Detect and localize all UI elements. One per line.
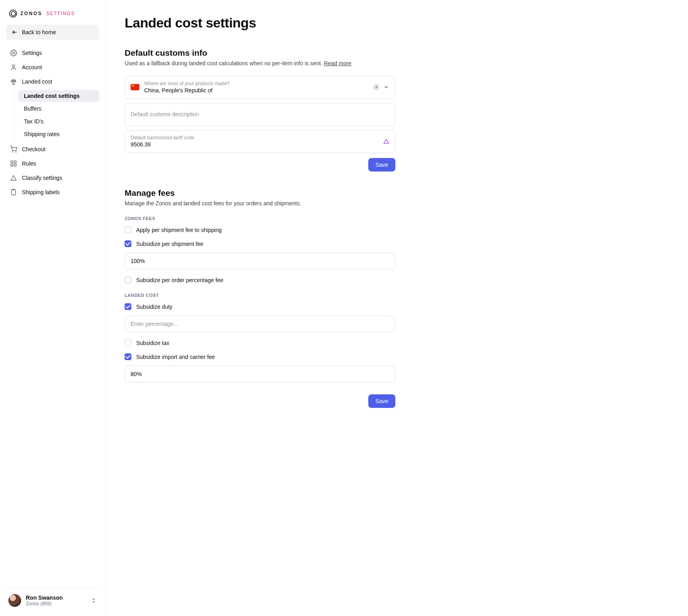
triangle-icon xyxy=(10,174,17,181)
sidebar-item-label: Rules xyxy=(22,160,36,167)
sidebar-item-label: Tax ID's xyxy=(24,118,43,125)
user-org: Zonos (909) xyxy=(26,601,86,606)
subsidize-duty-checkbox[interactable]: Subsidize duty xyxy=(125,303,395,310)
subsidize-per-shipment-checkbox[interactable]: Subsidize per shipment fee xyxy=(125,240,395,247)
back-to-home-button[interactable]: Back to home xyxy=(6,25,99,40)
hts-code-input[interactable]: Default harmonized tariff code 9506.39 xyxy=(125,130,395,153)
sidebar-item-account[interactable]: Account xyxy=(6,60,99,74)
chevron-down-icon[interactable] xyxy=(383,84,389,90)
sidebar-item-checkout[interactable]: Checkout xyxy=(6,142,99,156)
subsidize-import-input[interactable] xyxy=(125,366,395,382)
subsidize-duty-input[interactable] xyxy=(125,316,395,332)
sidebar-nav: Settings Account Landed cost Landed cost… xyxy=(6,46,99,199)
zonos-fees-subhead: ZONOS FEES xyxy=(125,216,395,221)
sidebar-item-label: Landed cost xyxy=(22,78,52,85)
svg-rect-4 xyxy=(11,161,13,163)
svg-point-3 xyxy=(16,152,16,152)
sidebar-item-classify-settings[interactable]: Classify settings xyxy=(6,171,99,185)
checkbox-checked-icon xyxy=(125,240,131,247)
sidebar-item-shipping-labels[interactable]: Shipping labels xyxy=(6,185,99,199)
sidebar-item-label: Checkout xyxy=(22,146,45,152)
checkbox-label: Subsidize tax xyxy=(136,340,169,346)
checkbox-label: Subsidize per order percentage fee xyxy=(136,277,223,283)
subnav-tax-ids[interactable]: Tax ID's xyxy=(18,115,99,127)
cart-icon xyxy=(10,146,17,153)
svg-rect-6 xyxy=(11,164,13,166)
checkbox-icon xyxy=(125,277,131,283)
subnav-landed-cost-settings[interactable]: Landed cost settings xyxy=(18,90,99,102)
save-customs-button[interactable]: Save xyxy=(368,158,395,172)
subnav-buffers[interactable]: Buffers xyxy=(18,103,99,115)
sidebar-item-label: Shipping rates xyxy=(24,131,60,137)
clear-button[interactable]: ✕ xyxy=(373,84,380,91)
sidebar-item-label: Shipping labels xyxy=(22,189,60,195)
sidebar-item-label: Buffers xyxy=(24,105,41,112)
manage-fees-section: Manage fees Manage the Zonos and landed … xyxy=(125,188,395,408)
customs-description-input[interactable]: Default customs description xyxy=(125,103,395,126)
landed-cost-subnav: Landed cost settings Buffers Tax ID's Sh… xyxy=(14,90,99,140)
checkbox-checked-icon xyxy=(125,353,131,360)
subnav-shipping-rates[interactable]: Shipping rates xyxy=(18,128,99,140)
checkbox-checked-icon xyxy=(125,303,131,310)
field-placeholder: Default customs description xyxy=(131,111,389,117)
chevron-up-down-icon xyxy=(90,597,97,604)
save-fees-button[interactable]: Save xyxy=(368,394,395,408)
gear-icon xyxy=(10,49,17,57)
avatar xyxy=(8,594,21,607)
sidebar-item-rules[interactable]: Rules xyxy=(6,157,99,170)
field-label: Where are most of your products made? xyxy=(144,81,368,86)
clipboard-icon xyxy=(10,189,17,196)
country-of-origin-select[interactable]: Where are most of your products made? Ch… xyxy=(125,76,395,99)
user-icon xyxy=(10,64,17,71)
checkbox-icon xyxy=(125,339,131,346)
svg-point-1 xyxy=(12,65,15,67)
sidebar-item-label: Landed cost settings xyxy=(24,93,80,99)
sidebar-item-label: Settings xyxy=(22,50,42,56)
svg-rect-5 xyxy=(14,161,16,163)
classify-triangle-icon xyxy=(383,138,389,144)
section-heading: Manage fees xyxy=(125,188,395,198)
arrow-left-icon xyxy=(12,29,18,35)
subsidize-per-order-checkbox[interactable]: Subsidize per order percentage fee xyxy=(125,277,395,283)
user-name: Ron Swanson xyxy=(26,595,86,601)
field-label: Default harmonized tariff code xyxy=(131,135,378,140)
back-label: Back to home xyxy=(22,29,56,35)
landed-cost-subhead: LANDED COST xyxy=(125,293,395,298)
svg-rect-8 xyxy=(12,190,16,195)
checkbox-icon xyxy=(125,226,131,233)
subsidize-per-shipment-input[interactable] xyxy=(125,253,395,269)
page-title: Landed cost settings xyxy=(125,15,395,31)
checkbox-label: Subsidize duty xyxy=(136,304,172,310)
flag-cn-icon xyxy=(131,84,139,90)
user-menu[interactable]: Ron Swanson Zonos (909) xyxy=(6,587,99,610)
checkbox-label: Subsidize import and carrier fee xyxy=(136,354,215,360)
section-heading: Default customs info xyxy=(125,48,395,58)
field-value: 9506.39 xyxy=(131,141,378,148)
checkbox-label: Apply per shipment fee to shipping xyxy=(136,227,222,233)
brand-logo: ZONOS SETTINGS xyxy=(6,7,99,25)
grid-icon xyxy=(10,160,17,167)
read-more-link[interactable]: Read more xyxy=(324,60,351,66)
svg-point-0 xyxy=(13,52,15,54)
brand-sublabel: SETTINGS xyxy=(46,11,75,16)
apply-per-shipment-checkbox[interactable]: Apply per shipment fee to shipping xyxy=(125,226,395,233)
sidebar-item-landed-cost[interactable]: Landed cost xyxy=(6,75,99,88)
sidebar-item-label: Account xyxy=(22,64,42,70)
brand-name: ZONOS xyxy=(20,11,42,16)
svg-point-2 xyxy=(12,152,13,152)
sidebar-item-settings[interactable]: Settings xyxy=(6,46,99,60)
sidebar-item-label: Classify settings xyxy=(22,175,62,181)
svg-rect-7 xyxy=(14,164,16,166)
checkbox-label: Subsidize per shipment fee xyxy=(136,241,203,247)
zonos-logo-icon xyxy=(9,10,17,18)
scale-icon xyxy=(10,78,17,85)
user-info: Ron Swanson Zonos (909) xyxy=(26,595,86,606)
subsidize-import-checkbox[interactable]: Subsidize import and carrier fee xyxy=(125,353,395,360)
section-description: Manage the Zonos and landed cost fees fo… xyxy=(125,200,395,207)
field-value: China, People's Republic of xyxy=(144,87,368,94)
subsidize-tax-checkbox[interactable]: Subsidize tax xyxy=(125,339,395,346)
default-customs-section: Default customs info Used as a fallback … xyxy=(125,48,395,172)
section-description: Used as a fallback during landed cost ca… xyxy=(125,60,395,66)
